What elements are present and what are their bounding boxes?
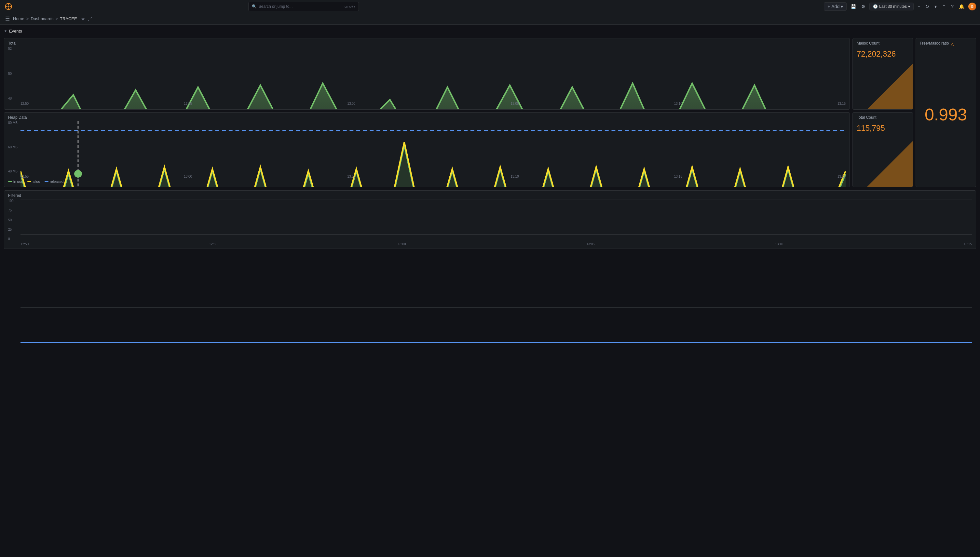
fx-label-1305: 13:05 (586, 243, 594, 246)
breadcrumb-sep2: > (55, 16, 58, 21)
x-label-1305b: 13:05 (347, 175, 355, 178)
chevron-down-icon: ▾ (841, 4, 843, 9)
malloc-panel: Malloc Count 72,202,326 (853, 38, 913, 110)
search-icon: 🔍 (252, 4, 257, 9)
star-icon[interactable]: ★ (81, 16, 85, 21)
search-shortcut: cmd+k (345, 5, 355, 8)
x-label-1255b: 12:55 (21, 175, 29, 178)
x-label-1305: 13:05 (511, 102, 519, 106)
totalcount-panel: Total Count 115,795 (853, 112, 913, 187)
time-range-button[interactable]: 🕐 Last 30 minutes ▾ (869, 3, 913, 10)
y-label-0: 0 (8, 237, 21, 241)
y-label-25: 25 (8, 228, 21, 231)
filtered-x-axis: 12:50 12:55 13:00 13:05 13:10 13:15 (21, 243, 972, 246)
x-label-1300: 13:00 (347, 102, 355, 106)
total-chart-svg (21, 47, 846, 110)
breadcrumb-actions: ★ ⋰ (81, 16, 93, 21)
heap-panel: Heap Data 80 MB 60 MB 40 MB (4, 112, 850, 187)
main-content: ▼ Events Total 52 50 48 (0, 25, 980, 557)
y-label-80mb: 80 MB (8, 121, 21, 125)
x-label-1320: 13:20 (837, 175, 846, 178)
totalcount-title: Total Count (857, 115, 909, 120)
filtered-chart-svg (21, 199, 972, 343)
grafana-logo[interactable] (4, 2, 13, 11)
notifications-button[interactable]: 🔔 (957, 3, 966, 10)
total-chart-area: 52 50 48 (8, 47, 846, 106)
topbar-right: + Add ▾ 💾 ⚙ 🕐 Last 30 minutes ▾ − ↻ ▾ ⌃ … (824, 2, 976, 11)
breadcrumb-home[interactable]: Home (13, 16, 24, 21)
settings-button[interactable]: ⚙ (860, 3, 867, 10)
svg-point-2 (8, 5, 10, 8)
clock-icon: 🕐 (873, 4, 878, 9)
in-use-dot (8, 181, 12, 182)
y-label-52: 52 (8, 47, 21, 50)
x-label-1310: 13:10 (674, 102, 682, 106)
search-placeholder: Search or jump to... (259, 4, 293, 9)
fx-label-1250: 12:50 (21, 243, 29, 246)
dashboard-grid: Total 52 50 48 (4, 38, 976, 187)
chevron-down-icon: ▾ (908, 4, 910, 9)
alert-icon: △ (951, 42, 954, 47)
y-label-48: 48 (8, 97, 21, 100)
total-panel: Total 52 50 48 (4, 38, 850, 110)
save-button[interactable]: 💾 (849, 3, 857, 10)
fx-label-1300: 13:00 (398, 243, 406, 246)
freemalloc-value: 0.993 (920, 47, 972, 182)
malloc-title: Malloc Count (857, 41, 909, 46)
x-label-1300b: 13:00 (184, 175, 192, 178)
totalcount-value: 115,795 (857, 121, 909, 135)
malloc-triangle-bg (867, 64, 913, 109)
breadcrumb-bar: ☰ Home > Dashboards > TRACEE ★ ⋰ (0, 13, 980, 25)
x-label-1315b: 13:15 (674, 175, 682, 178)
share-icon[interactable]: ⋰ (88, 16, 93, 21)
help-button[interactable]: ? (950, 3, 955, 10)
x-label-1255: 12:55 (184, 102, 192, 106)
totalcount-triangle-bg (867, 141, 913, 187)
heap-title: Heap Data (8, 115, 846, 120)
x-label-1310b: 13:10 (511, 175, 519, 178)
filtered-chart-area: 100 75 50 25 0 12:50 12:55 13:00 (8, 199, 972, 246)
fx-label-1315: 13:15 (964, 243, 972, 246)
filtered-title: Filtered (8, 193, 972, 198)
y-label-40mb: 40 MB (8, 169, 21, 173)
malloc-value: 72,202,326 (857, 47, 909, 61)
y-label-50: 50 (8, 218, 21, 222)
chevron-icon[interactable]: ▼ (4, 29, 7, 33)
fx-label-1310: 13:10 (775, 243, 783, 246)
user-avatar[interactable]: G (968, 3, 976, 10)
events-section-header: ▼ Events (4, 29, 976, 34)
topbar: 🔍 Search or jump to... cmd+k + Add ▾ 💾 ⚙… (0, 0, 980, 13)
x-label-1250: 12:50 (21, 102, 29, 106)
freemalloc-title: Free/Malloc ratio (920, 41, 949, 46)
heap-chart-area: 80 MB 60 MB 40 MB (8, 121, 846, 178)
breadcrumb-sep1: > (26, 16, 29, 21)
total-title: Total (8, 41, 846, 46)
filtered-panel: Filtered 100 75 50 25 0 12:5 (4, 191, 976, 249)
events-label: Events (9, 29, 22, 34)
refresh-button[interactable]: ↻ (924, 3, 931, 10)
y-label-100: 100 (8, 199, 21, 203)
y-label-50: 50 (8, 72, 21, 75)
total-x-axis: 12:50 12:55 13:00 13:05 13:10 13:15 (21, 102, 846, 106)
breadcrumb-current: TRACEE (60, 16, 77, 21)
new-button[interactable]: + Add ▾ (824, 2, 847, 11)
chevron-down-button[interactable]: ▾ (933, 3, 938, 10)
freemalloc-panel: Free/Malloc ratio △ 0.993 (916, 38, 976, 187)
y-label-75: 75 (8, 208, 21, 212)
total-y-axis: 52 50 48 (8, 47, 21, 106)
search-bar[interactable]: 🔍 Search or jump to... cmd+k (248, 2, 359, 11)
collapse-button[interactable]: ⌃ (941, 3, 947, 10)
breadcrumb-dashboards[interactable]: Dashboards (31, 16, 53, 21)
x-label-1315: 13:15 (837, 102, 846, 106)
hamburger-menu[interactable]: ☰ (4, 14, 11, 23)
freemalloc-header: Free/Malloc ratio △ (920, 41, 972, 47)
fx-label-1255: 12:55 (209, 243, 217, 246)
filtered-y-axis: 100 75 50 25 0 (8, 199, 21, 246)
heap-y-axis: 80 MB 60 MB 40 MB (8, 121, 21, 178)
plus-icon: + (827, 4, 830, 9)
y-label-60mb: 60 MB (8, 145, 21, 149)
zoom-out-button[interactable]: − (916, 3, 921, 10)
heap-x-axis: 12:55 13:00 13:05 13:10 13:15 13:20 (21, 175, 846, 178)
